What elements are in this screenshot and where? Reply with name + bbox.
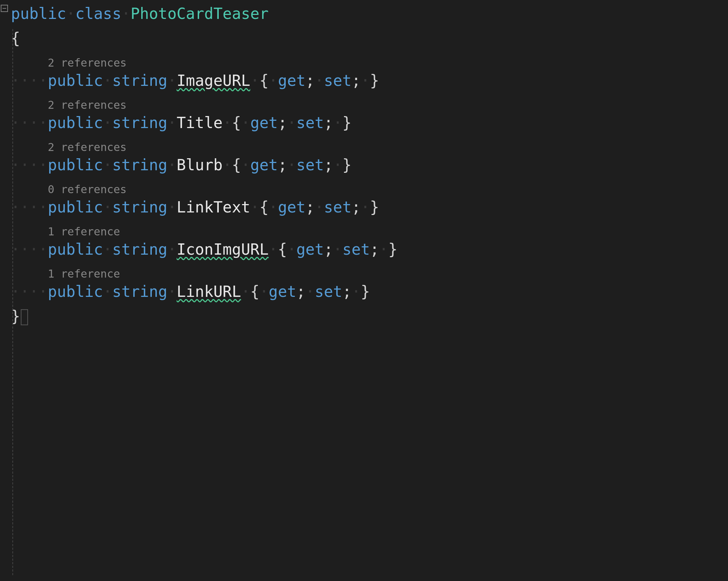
codelens-references[interactable]: 2 references bbox=[48, 56, 127, 69]
codelens-references[interactable]: 2 references bbox=[48, 141, 127, 154]
accessors: {·get;·set;·} bbox=[232, 156, 352, 174]
ws: · bbox=[223, 114, 232, 132]
open-brace-line[interactable]: { bbox=[11, 26, 728, 51]
class-name: PhotoCardTeaser bbox=[131, 5, 269, 23]
cursor bbox=[21, 309, 28, 325]
whitespace-dots: ···· bbox=[11, 240, 48, 258]
modifier-keyword: public bbox=[48, 240, 103, 258]
accessors: {·get;·set;·} bbox=[260, 198, 379, 216]
type-keyword: string bbox=[112, 114, 167, 132]
whitespace-dots: ···· bbox=[11, 72, 48, 89]
codelens-line[interactable]: 2 references bbox=[11, 51, 728, 68]
property-line[interactable]: ····public·string·ImageURL·{·get;·set;·} bbox=[11, 68, 728, 93]
codelens-line[interactable]: 2 references bbox=[11, 93, 728, 111]
ws: · bbox=[167, 283, 177, 301]
property-name: Title bbox=[177, 114, 222, 132]
ws: · bbox=[103, 72, 112, 89]
ws: · bbox=[223, 156, 232, 174]
modifier-keyword: public bbox=[48, 283, 103, 301]
fold-gutter bbox=[0, 0, 10, 581]
modifier-keyword: public bbox=[48, 198, 103, 216]
codelens-indent bbox=[11, 179, 48, 197]
ws: · bbox=[167, 240, 177, 258]
accessors: {·get;·set;·} bbox=[260, 72, 379, 89]
whitespace-dots: ···· bbox=[11, 114, 48, 132]
ws: · bbox=[167, 114, 177, 132]
codelens-line[interactable]: 1 reference bbox=[11, 220, 728, 237]
close-brace-line[interactable]: } bbox=[11, 304, 728, 329]
ws: · bbox=[241, 283, 250, 301]
property-line[interactable]: ····public·string·Title·{·get;·set;·} bbox=[11, 111, 728, 135]
codelens-indent bbox=[11, 263, 48, 281]
property-line[interactable]: ····public·string·Blurb·{·get;·set;·} bbox=[11, 153, 728, 178]
property-name: ImageURL bbox=[177, 72, 250, 89]
codelens-indent bbox=[11, 95, 48, 112]
accessors: {·get;·set;·} bbox=[250, 283, 370, 301]
ws: · bbox=[103, 240, 112, 258]
ws: · bbox=[250, 72, 259, 89]
ws: · bbox=[250, 198, 259, 216]
modifier-keyword: public bbox=[48, 156, 103, 174]
ws: · bbox=[103, 114, 112, 132]
code-block[interactable]: public·class·PhotoCardTeaser{ 2 referenc… bbox=[0, 1, 728, 329]
property-name: IconImgURL bbox=[177, 240, 269, 258]
codelens-indent bbox=[11, 137, 48, 155]
property-line[interactable]: ····public·string·LinkURL·{·get;·set;·} bbox=[11, 279, 728, 304]
class-keyword: class bbox=[75, 5, 121, 23]
type-keyword: string bbox=[112, 156, 167, 174]
type-keyword: string bbox=[112, 198, 167, 216]
property-name: LinkURL bbox=[177, 283, 241, 301]
modifier-keyword: public bbox=[48, 114, 103, 132]
whitespace-dots: ···· bbox=[11, 198, 48, 216]
accessors: {·get;·set;·} bbox=[232, 114, 352, 132]
ws: · bbox=[167, 72, 177, 89]
codelens-references[interactable]: 1 reference bbox=[48, 225, 120, 238]
ws: · bbox=[167, 156, 177, 174]
type-keyword: string bbox=[112, 283, 167, 301]
ws: · bbox=[103, 283, 112, 301]
whitespace-dots: ···· bbox=[11, 283, 48, 301]
ws: · bbox=[167, 198, 177, 216]
class-declaration-line[interactable]: public·class·PhotoCardTeaser bbox=[11, 1, 728, 26]
fold-minus-icon[interactable] bbox=[0, 0, 10, 16]
property-line[interactable]: ····public·string·LinkText·{·get;·set;·} bbox=[11, 195, 728, 220]
codelens-references[interactable]: 1 reference bbox=[48, 267, 120, 280]
codelens-indent bbox=[11, 52, 48, 70]
codelens-line[interactable]: 2 references bbox=[11, 135, 728, 153]
codelens-indent bbox=[11, 221, 48, 239]
modifier-keyword: public bbox=[11, 5, 66, 23]
ws: · bbox=[103, 198, 112, 216]
type-keyword: string bbox=[112, 72, 167, 89]
codelens-line[interactable]: 1 reference bbox=[11, 262, 728, 279]
property-name: LinkText bbox=[177, 198, 250, 216]
outline-guide bbox=[12, 29, 13, 575]
modifier-keyword: public bbox=[48, 72, 103, 89]
codelens-references[interactable]: 0 references bbox=[48, 183, 127, 196]
property-line[interactable]: ····public·string·IconImgURL·{·get;·set;… bbox=[11, 237, 728, 262]
code-editor[interactable]: public·class·PhotoCardTeaser{ 2 referenc… bbox=[0, 0, 728, 581]
ws: · bbox=[103, 156, 112, 174]
type-keyword: string bbox=[112, 240, 167, 258]
property-name: Blurb bbox=[177, 156, 222, 174]
codelens-line[interactable]: 0 references bbox=[11, 178, 728, 195]
codelens-references[interactable]: 2 references bbox=[48, 99, 127, 111]
ws: · bbox=[269, 240, 278, 258]
whitespace-dots: ···· bbox=[11, 156, 48, 174]
accessors: {·get;·set;·} bbox=[278, 240, 397, 258]
